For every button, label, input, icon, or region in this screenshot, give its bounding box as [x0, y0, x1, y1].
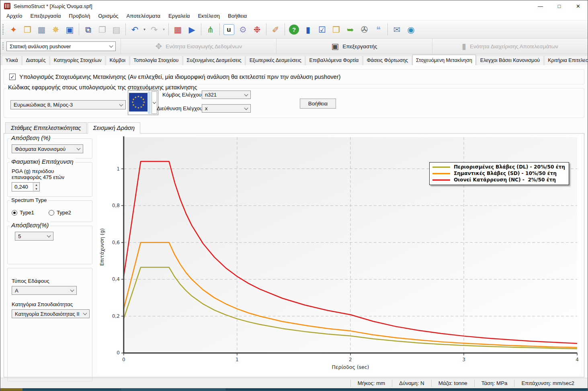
undo-icon[interactable]: ↶ [128, 23, 142, 37]
main-tab[interactable]: Τοπολογία Στοιχείου [130, 56, 182, 65]
spinner-buttons: ▲ ▼ [33, 183, 39, 191]
duplicate-icon: ❐ [95, 23, 109, 37]
importance-value: Κατηγορία Σπουδαιότητας II [15, 311, 80, 317]
module-results-icon: ▮ [462, 41, 466, 51]
new-scheme-icon[interactable]: ▦ [171, 23, 185, 37]
importance-label: Κατηγόρια Σπουδαιότητας [12, 301, 89, 307]
module-processor-label: Επεξεργαστής [342, 43, 377, 49]
sub-tab[interactable]: Σεισμική Δράση [88, 122, 141, 134]
chevron-down-icon [77, 146, 81, 150]
flag-scroll-strip [148, 91, 150, 114]
main-tab[interactable]: Εξωτερικές Δεσμεύσεις [246, 56, 305, 65]
module-processor[interactable]: ▣Επεξεργαστής [276, 39, 432, 54]
wizard-icon[interactable]: ✵ [49, 23, 63, 37]
spinner-down-icon[interactable]: ▼ [33, 187, 39, 191]
manual-icon[interactable]: ▮ [301, 23, 315, 37]
x-tick-label: 3 [462, 357, 465, 362]
close-icon[interactable]: ✕ [569, 0, 588, 12]
soil-type-value: A [15, 288, 18, 294]
forum-icon[interactable]: ❝ [371, 23, 385, 37]
save-icon[interactable]: ▣ [63, 23, 77, 37]
report-folder-icon[interactable]: ❒ [329, 23, 343, 37]
menu-item[interactable]: Αποτελέσματα [122, 12, 164, 20]
units-icon[interactable]: u [223, 24, 234, 35]
soil-type-combo[interactable]: A [12, 286, 77, 295]
title-bar: SeismoStruct * [Χωρίς Όνομα.spf] — □ ✕ [0, 0, 588, 12]
menu-item[interactable]: Προβολή [65, 12, 94, 20]
menu-bar: ΑρχείοΕπεξεργασίαΠροβολήΟρισμόςΑποτελέσμ… [0, 12, 588, 21]
main-tab[interactable]: Συζευγμένες Δεσμεύσεις [183, 56, 246, 65]
svg-text:★: ★ [134, 96, 137, 99]
help-button[interactable]: Βοήθεια [300, 99, 336, 109]
spectrum-chart: 00,20,40,60,8101234Περίοδος (sec)Επιτάχυ… [97, 136, 581, 375]
flag-dropdown-button[interactable] [152, 91, 157, 114]
open-project-icon[interactable]: ❒ [20, 23, 35, 37]
x-axis-label: Περίοδος (sec) [332, 364, 369, 370]
radio-type2[interactable]: Type2 [49, 210, 71, 216]
damping-combo[interactable]: 5 [15, 232, 53, 241]
maximize-icon[interactable]: □ [550, 0, 569, 12]
importance-combo[interactable]: Κατηγορία Σπουδαιότητας II [12, 309, 90, 318]
email-icon[interactable]: ✉ [390, 23, 404, 37]
main-tab[interactable]: Κριτήρια Επιτελεστικότητας [544, 56, 588, 65]
spinner-up-icon[interactable]: ▲ [33, 183, 39, 187]
control-direction-combo[interactable]: x [202, 104, 251, 113]
modulebar-grip[interactable] [2, 42, 4, 50]
module-input-data-icon: ✥ [155, 41, 162, 51]
check-icon: ✓ [10, 74, 15, 80]
menu-item[interactable]: Αρχείο [2, 12, 26, 20]
new-project-icon[interactable]: ✦ [6, 23, 20, 37]
web-icon[interactable]: ◉ [404, 23, 418, 37]
main-tab[interactable]: Στοχευόμενη Μετακίνηση [412, 55, 476, 65]
svg-text:★: ★ [137, 106, 139, 109]
paintbrush-icon[interactable]: ✐ [268, 23, 283, 37]
analysis-type-value: Στατική ανάλυση pushover [10, 43, 71, 49]
menu-item[interactable]: Εργαλεία [164, 12, 194, 20]
menu-item[interactable]: Εκτέλεση [194, 12, 223, 20]
toolbar-grip[interactable] [2, 24, 4, 35]
redo-dropdown-icon[interactable]: ▾ [161, 23, 166, 37]
main-tab[interactable]: Κατηγορίες Στοιχείων [50, 56, 105, 65]
sub-tab[interactable]: Στάθμες Επιτελεστικότητας [5, 122, 87, 133]
settings-gear-icon[interactable]: ⚙ [236, 23, 250, 37]
menu-item[interactable]: Επεξεργασία [26, 12, 65, 20]
svg-text:★: ★ [134, 105, 137, 108]
menu-item[interactable]: Βοήθεια [224, 12, 251, 20]
run-scheme-icon[interactable]: ▶ [185, 23, 199, 37]
building-icon[interactable]: ▦ [35, 23, 49, 37]
main-tab[interactable]: Ελεγχοι Βάσει Κανονισμού [476, 56, 543, 65]
radio-type1[interactable]: Type1 [12, 210, 34, 216]
legend-entry: Οιονεί Κατάρρευση (NC) - 2%/50 έτη [432, 177, 565, 183]
verification-icon[interactable]: ☑ [315, 23, 329, 37]
menu-item[interactable]: Ορισμός [94, 12, 122, 20]
model-view-icon[interactable]: ❉ [250, 23, 264, 37]
spectra-combo[interactable]: Φάσματα Κανονισμού [12, 144, 83, 153]
undo-dropdown-icon[interactable]: ▾ [142, 23, 147, 37]
pga-spinner[interactable]: 0,240 ▲ ▼ [12, 182, 40, 191]
export-folder-icon[interactable]: ➥ [343, 23, 357, 37]
main-tab[interactable]: Κόμβοι [106, 56, 129, 65]
sub-tab-bar: Στάθμες ΕπιτελεστικότηταςΣεισμική Δράση [4, 119, 584, 133]
main-tab[interactable]: Φάσεις Φόρτωσης [363, 56, 412, 65]
country-flag-dropdown[interactable]: ★★★★★★★★★★★★ [128, 90, 158, 115]
legend-label: Οιονεί Κατάρρευση (NC) - 2%/50 έτη [454, 177, 556, 183]
type1-label: Type1 [20, 210, 34, 216]
video-icon[interactable]: ✇ [357, 23, 371, 37]
main-tab[interactable]: Υλικά [2, 56, 22, 65]
y-tick-label: 0 [117, 350, 120, 356]
redo-icon: ↷ [147, 23, 161, 37]
minimize-icon[interactable]: — [531, 0, 550, 12]
toolbar-separator [387, 23, 388, 35]
target-displacement-checkbox[interactable]: ✓ Υπολογισμός Στοχευόμενης Μετακίνησης (… [9, 74, 340, 80]
analysis-type-combo[interactable]: Στατική ανάλυση pushover [6, 41, 116, 51]
pga-value: 0,240 [12, 183, 33, 191]
main-tab[interactable]: Διατομές [22, 56, 49, 65]
main-tab[interactable]: Επιβαλλόμενα Φορτία [305, 56, 363, 65]
constraints-icon[interactable]: ⋔ [203, 23, 217, 37]
svg-text:★: ★ [142, 98, 145, 101]
help-icon[interactable]: ? [289, 25, 299, 35]
y-tick-label: 1 [117, 166, 120, 172]
code-combo[interactable]: Ευρωκώδικας 8, Μέρος-3 [10, 100, 126, 109]
copy-icon[interactable]: ⧉ [81, 23, 95, 37]
control-node-combo[interactable]: n321 [202, 91, 251, 99]
